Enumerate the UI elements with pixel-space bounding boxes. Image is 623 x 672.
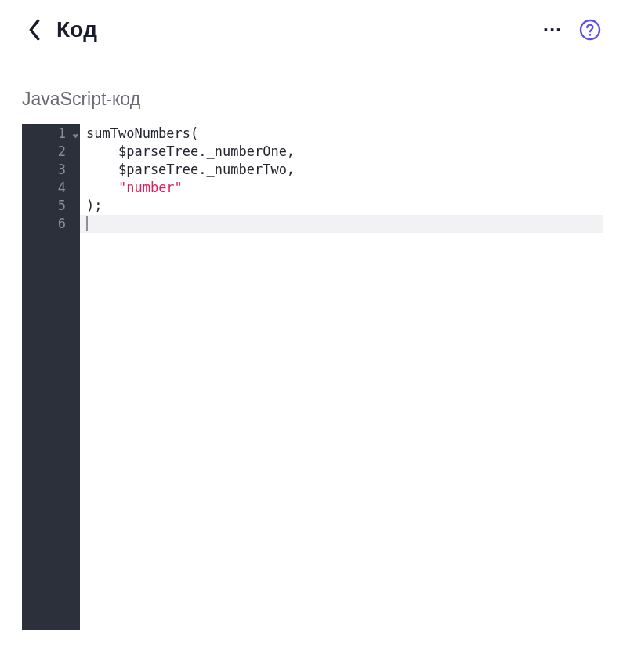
string-token: "number" bbox=[118, 180, 183, 195]
code-editor[interactable]: 1❤ 2 3 4 5 6 sumTwoNumbers( $parseTree._… bbox=[22, 124, 603, 630]
code-line[interactable]: $parseTree._numberTwo, bbox=[80, 161, 603, 179]
section-label: JavaScript-код bbox=[22, 89, 601, 110]
code-line-active[interactable] bbox=[80, 215, 603, 233]
line-number-text: 1 bbox=[58, 125, 66, 141]
back-button[interactable] bbox=[24, 19, 45, 41]
line-number: 5 bbox=[22, 197, 80, 215]
code-text bbox=[86, 180, 118, 195]
line-number: 2 bbox=[22, 143, 80, 161]
chevron-left-icon bbox=[27, 19, 42, 41]
editor-code-area[interactable]: sumTwoNumbers( $parseTree._numberOne, $p… bbox=[80, 124, 603, 630]
code-line[interactable]: ); bbox=[80, 197, 603, 215]
line-number: 1❤ bbox=[22, 125, 80, 143]
content-area: JavaScript-код 1❤ 2 3 4 5 6 sumTwoNumber… bbox=[0, 60, 623, 652]
editor-caret bbox=[86, 216, 88, 231]
code-line[interactable]: "number" bbox=[80, 179, 603, 197]
page-title: Код bbox=[56, 17, 97, 42]
help-button[interactable] bbox=[579, 19, 601, 41]
line-number: 4 bbox=[22, 179, 80, 197]
line-number: 6 bbox=[22, 215, 80, 233]
line-number: 3 bbox=[22, 161, 80, 179]
svg-point-1 bbox=[589, 34, 592, 36]
code-line[interactable]: $parseTree._numberOne, bbox=[80, 143, 603, 161]
editor-gutter: 1❤ 2 3 4 5 6 bbox=[22, 124, 80, 630]
header-bar: Код ··· bbox=[0, 0, 623, 60]
more-menu-button[interactable]: ··· bbox=[542, 19, 563, 41]
code-line[interactable]: sumTwoNumbers( bbox=[80, 125, 603, 143]
help-icon bbox=[579, 19, 601, 41]
